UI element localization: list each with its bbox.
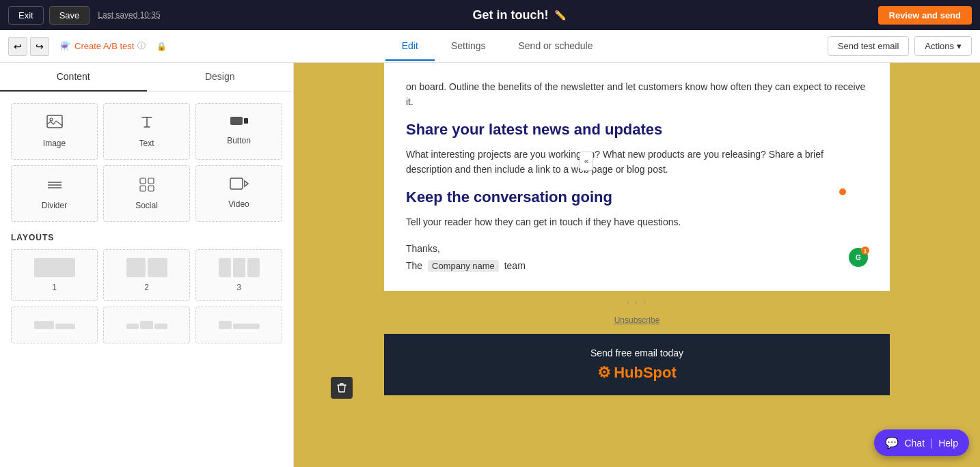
layout-1-preview bbox=[34, 258, 75, 277]
email-content-area[interactable]: on board. Outline the benefits of the ne… bbox=[384, 63, 890, 291]
svg-rect-0 bbox=[47, 115, 62, 128]
panel-collapse-button[interactable]: « bbox=[580, 152, 593, 171]
promo-text: Send free email today bbox=[590, 348, 683, 358]
layout-1col[interactable]: 1 bbox=[11, 249, 98, 301]
send-test-email-button[interactable]: Send test email bbox=[828, 36, 910, 56]
grammarly-badge: 1 bbox=[861, 246, 869, 255]
review-and-send-button[interactable]: Review and send bbox=[878, 6, 972, 25]
main-tabs: Edit Settings Send or schedule bbox=[178, 32, 816, 61]
block-text[interactable]: Text bbox=[103, 103, 190, 160]
section2-heading: Keep the conversation going bbox=[406, 188, 868, 206]
sign-team: team bbox=[504, 260, 526, 271]
hubspot-sprocket-icon: ⚙ bbox=[597, 364, 611, 382]
tab-send-schedule[interactable]: Send or schedule bbox=[502, 32, 609, 61]
email-container: on board. Outline the benefits of the ne… bbox=[370, 63, 903, 395]
svg-rect-7 bbox=[140, 178, 146, 184]
second-navigation: ↩ ↪ ⚗️ Create A/B test ⓘ 🔒 Edit Settings… bbox=[0, 30, 980, 63]
tab-settings[interactable]: Settings bbox=[435, 32, 502, 61]
sign-off-block: Thanks, The Company name team bbox=[406, 240, 526, 274]
help-label: Help bbox=[938, 438, 958, 449]
block-video[interactable]: Video bbox=[195, 165, 282, 222]
chat-widget[interactable]: 💬 Chat | Help bbox=[874, 429, 969, 456]
hubspot-logo: ⚙ HubSpot bbox=[597, 364, 677, 382]
svg-rect-8 bbox=[148, 178, 154, 184]
content-blocks-grid: Image Text Button bbox=[0, 92, 293, 233]
button-block-label: Button bbox=[227, 136, 251, 145]
panel-tab-design[interactable]: Design bbox=[147, 63, 294, 91]
layouts-section: LAYOUTS 1 2 bbox=[0, 233, 293, 354]
unsubscribe-dots: ' ' ' bbox=[379, 299, 895, 313]
social-block-icon bbox=[139, 177, 155, 195]
grammarly-button[interactable]: G 1 bbox=[849, 248, 868, 267]
block-social[interactable]: Social bbox=[103, 165, 190, 222]
unsubscribe-link[interactable]: Unsubscribe bbox=[614, 315, 660, 325]
hubspot-promo-banner: Send free email today ⚙ HubSpot bbox=[384, 334, 890, 395]
layout-3-preview bbox=[219, 258, 260, 277]
left-panel: Content Design Image bbox=[0, 63, 294, 467]
email-canvas: on board. Outline the benefits of the ne… bbox=[294, 63, 980, 467]
redo-button[interactable]: ↪ bbox=[30, 37, 49, 56]
button-block-icon bbox=[230, 115, 249, 130]
delete-toolbar-button[interactable] bbox=[331, 377, 353, 399]
layout-2-label: 2 bbox=[144, 283, 149, 292]
image-block-label: Image bbox=[43, 139, 66, 148]
actions-chevron-icon: ▾ bbox=[957, 41, 962, 51]
layout-3-label: 3 bbox=[236, 283, 241, 292]
exit-button[interactable]: Exit bbox=[8, 6, 44, 25]
document-title: Get in touch! bbox=[473, 8, 549, 23]
hubspot-logo-text: HubSpot bbox=[614, 364, 677, 382]
edit-title-icon[interactable]: ✏️ bbox=[554, 10, 566, 20]
sign-the: The bbox=[406, 260, 422, 271]
ab-test-label: Create A/B test bbox=[74, 41, 134, 51]
sign-off-row: Thanks, The Company name team G 1 bbox=[406, 240, 868, 274]
layout-2col[interactable]: 2 bbox=[103, 249, 190, 301]
divider-block-icon bbox=[46, 177, 63, 195]
unsubscribe-area: ' ' ' Unsubscribe bbox=[370, 291, 903, 334]
divider-block-label: Divider bbox=[42, 201, 67, 210]
panel-tab-content[interactable]: Content bbox=[0, 63, 147, 91]
actions-button[interactable]: Actions ▾ bbox=[914, 36, 972, 56]
create-ab-test-button[interactable]: ⚗️ Create A/B test ⓘ bbox=[60, 40, 146, 52]
nav-right-2: Send test email Actions ▾ bbox=[828, 36, 972, 56]
panel-tabs: Content Design bbox=[0, 63, 293, 92]
layout-4-preview bbox=[34, 315, 75, 329]
svg-point-1 bbox=[50, 118, 53, 121]
layout-4col[interactable] bbox=[11, 307, 98, 343]
nav-right: Review and send bbox=[878, 6, 972, 25]
layout-3col[interactable]: 3 bbox=[195, 249, 282, 301]
section1-text: What interesting projects are you workin… bbox=[406, 147, 868, 178]
orange-dot-indicator bbox=[839, 188, 846, 195]
sign-team-line: The Company name team bbox=[406, 257, 526, 274]
social-block-label: Social bbox=[135, 201, 158, 210]
layout-6-preview bbox=[219, 315, 260, 329]
block-divider[interactable]: Divider bbox=[11, 165, 98, 222]
undo-redo-group: ↩ ↪ bbox=[8, 37, 49, 56]
text-block-label: Text bbox=[139, 139, 154, 148]
layouts-grid: 1 2 3 bbox=[11, 249, 282, 343]
last-saved-text: Last saved 10:35 bbox=[98, 10, 160, 20]
sign-off-text: Thanks, bbox=[406, 240, 526, 257]
undo-button[interactable]: ↩ bbox=[8, 37, 27, 56]
svg-rect-11 bbox=[230, 178, 243, 189]
layout-5col[interactable] bbox=[103, 307, 190, 343]
layout-2-preview bbox=[126, 258, 167, 277]
block-button[interactable]: Button bbox=[195, 103, 282, 160]
save-button[interactable]: Save bbox=[49, 6, 90, 25]
nav-center: Get in touch! ✏️ bbox=[166, 8, 873, 23]
video-block-icon bbox=[230, 177, 249, 194]
svg-rect-3 bbox=[244, 118, 248, 124]
ab-test-icon: ⚗️ bbox=[60, 41, 71, 51]
layout-6col[interactable] bbox=[195, 307, 282, 343]
svg-rect-10 bbox=[148, 186, 154, 191]
image-block-icon bbox=[46, 115, 63, 133]
layout-5-preview bbox=[126, 315, 167, 329]
actions-label: Actions bbox=[925, 41, 954, 51]
section2-text: Tell your reader how they can get in tou… bbox=[406, 214, 868, 229]
chat-icon: 💬 bbox=[885, 436, 899, 449]
block-image[interactable]: Image bbox=[11, 103, 98, 160]
text-block-icon bbox=[139, 115, 154, 133]
top-navigation: Exit Save Last saved 10:35 Get in touch!… bbox=[0, 0, 980, 30]
section1-heading: Share your latest news and updates bbox=[406, 121, 868, 139]
layouts-title: LAYOUTS bbox=[11, 233, 282, 242]
tab-edit[interactable]: Edit bbox=[385, 32, 435, 61]
